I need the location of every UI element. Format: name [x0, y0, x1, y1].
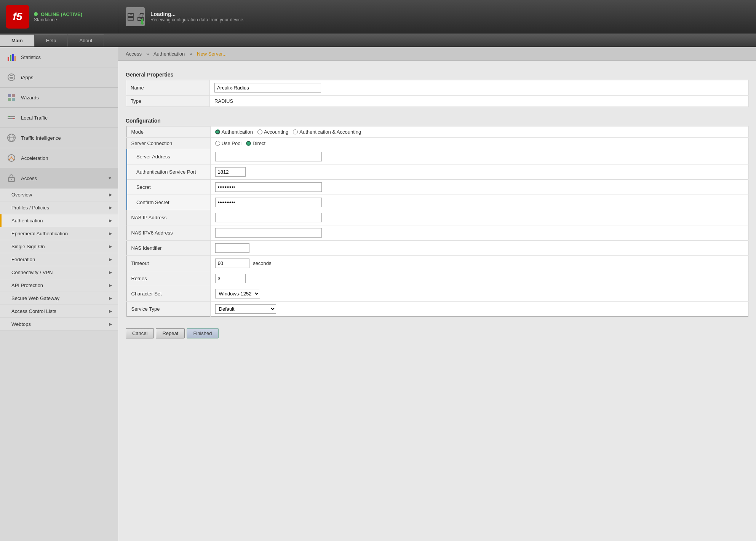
server-addr-input[interactable] [215, 152, 322, 161]
finished-button[interactable]: Finished [187, 328, 218, 338]
nas-ip-cell [210, 210, 748, 225]
access-submenu: Overview ▶ Profiles / Policies ▶ Authent… [0, 188, 118, 331]
server-conn-radio-group: Use Pool Direct [215, 140, 744, 146]
conn-direct-option[interactable]: Direct [246, 140, 265, 146]
submenu-label-ephemeral-auth: Ephemeral Authentication [11, 231, 109, 236]
section-general-title: General Properties [126, 69, 748, 80]
type-value: RADIUS [214, 98, 233, 104]
retries-input[interactable] [215, 274, 246, 283]
secret-label: Secret [126, 180, 210, 195]
service-type-row: Service Type Default Login Framed Callba… [126, 302, 748, 317]
nav-tabs: Main Help About [0, 34, 756, 47]
secret-input[interactable] [215, 182, 322, 192]
submenu-label-acl: Access Control Lists [11, 308, 109, 314]
submenu-item-secure-web-gateway[interactable]: Secure Web Gateway ▶ [0, 292, 118, 305]
accel-icon [6, 152, 17, 164]
breadcrumb-authentication[interactable]: Authentication [153, 51, 185, 57]
svg-rect-5 [10, 75, 13, 76]
conn-direct-radio[interactable] [246, 141, 251, 146]
svg-rect-8 [8, 94, 11, 97]
submenu-item-federation[interactable]: Federation ▶ [0, 253, 118, 266]
svg-rect-9 [12, 94, 15, 97]
sidebar-item-wizards[interactable]: Wizards [0, 88, 118, 108]
charset-row: Character Set Windows-1252 UTF-8 ISO-885… [126, 286, 748, 302]
svg-rect-1 [10, 55, 11, 61]
server-addr-row: Server Address [126, 149, 748, 164]
confirm-secret-input[interactable] [215, 198, 322, 207]
mode-accounting-radio[interactable] [257, 129, 262, 134]
auth-port-input[interactable] [215, 167, 246, 177]
breadcrumb-access[interactable]: Access [126, 51, 142, 57]
access-icon [6, 172, 17, 184]
sidebar-label-local-traffic: Local Traffic [21, 115, 112, 121]
nas-id-input[interactable] [215, 243, 249, 253]
mode-auth-option[interactable]: Authentication [215, 129, 253, 135]
sidebar-label-traffic-intelligence: Traffic Intelligence [21, 135, 112, 141]
nas-ip-input[interactable] [215, 213, 322, 222]
sidebar-item-local-traffic[interactable]: Local Traffic [0, 108, 118, 128]
tab-help[interactable]: Help [35, 34, 68, 46]
sidebar-item-access[interactable]: Access ▼ [0, 168, 118, 188]
charset-select[interactable]: Windows-1252 UTF-8 ISO-8859-1 [215, 289, 260, 298]
svg-rect-6 [10, 77, 13, 78]
submenu-item-ephemeral-auth[interactable]: Ephemeral Authentication ▶ [0, 227, 118, 240]
conn-pool-radio[interactable] [215, 141, 220, 146]
submenu-label-profiles-policies: Profiles / Policies [11, 205, 109, 211]
conn-pool-option[interactable]: Use Pool [215, 140, 242, 146]
submenu-item-sso[interactable]: Single Sign-On ▶ [0, 240, 118, 253]
action-buttons: Cancel Repeat Finished [126, 324, 748, 342]
tab-main[interactable]: Main [0, 34, 35, 46]
retries-row: Retries [126, 271, 748, 286]
submenu-item-overview[interactable]: Overview ▶ [0, 188, 118, 201]
submenu-item-acl[interactable]: Access Control Lists ▶ [0, 305, 118, 318]
sidebar-item-traffic-intelligence[interactable]: Traffic Intelligence [0, 128, 118, 148]
loading-area: 🖨 ⬇ Loading... Receiving configuration d… [118, 2, 756, 32]
f5-logo: f5 [6, 5, 29, 29]
mode-radio-group: Authentication Accounting Authentication… [215, 129, 744, 135]
name-label: Name [126, 80, 210, 96]
mode-auth-label: Authentication [222, 129, 253, 135]
tab-about[interactable]: About [68, 34, 104, 46]
auth-port-row: Authentication Service Port [126, 164, 748, 180]
timeout-row: Timeout seconds [126, 256, 748, 271]
status-standalone: Standalone [34, 17, 82, 22]
sidebar-item-acceleration[interactable]: Acceleration [0, 148, 118, 168]
submenu-chevron-swg: ▶ [109, 296, 112, 301]
sidebar-item-statistics[interactable]: Statistics [0, 47, 118, 67]
loading-title: Loading... [150, 11, 245, 17]
sidebar-item-iapps[interactable]: iApps [0, 67, 118, 88]
timeout-unit: seconds [253, 260, 271, 266]
submenu-item-profiles-policies[interactable]: Profiles / Policies ▶ [0, 201, 118, 214]
type-row: Type RADIUS [126, 96, 748, 107]
submenu-chevron-overview: ▶ [109, 192, 112, 197]
nas-ipv6-input[interactable] [215, 228, 322, 238]
mode-accounting-label: Accounting [264, 129, 288, 135]
name-input[interactable] [214, 83, 321, 93]
nas-ipv6-label: NAS IPV6 Address [126, 225, 210, 241]
service-type-select[interactable]: Default Login Framed Callback Login Call… [215, 304, 276, 314]
mode-accounting-option[interactable]: Accounting [257, 129, 288, 135]
loading-icon: 🖨 ⬇ [126, 7, 145, 26]
mode-auth-radio[interactable] [215, 129, 220, 134]
server-conn-label: Server Connection [126, 138, 210, 149]
submenu-item-webtops[interactable]: Webtops ▶ [0, 318, 118, 331]
svg-rect-10 [8, 98, 11, 101]
mode-both-option[interactable]: Authentication & Accounting [293, 129, 361, 135]
retries-label: Retries [126, 271, 210, 286]
submenu-chevron-profiles: ▶ [109, 205, 112, 210]
mode-both-radio[interactable] [293, 129, 298, 134]
svg-rect-0 [8, 57, 9, 61]
submenu-item-connectivity-vpn[interactable]: Connectivity / VPN ▶ [0, 266, 118, 279]
type-label: Type [126, 96, 210, 107]
submenu-label-api-protection: API Protection [11, 282, 109, 288]
cancel-button[interactable]: Cancel [126, 328, 154, 338]
submenu-item-api-protection[interactable]: API Protection ▶ [0, 279, 118, 292]
timeout-input[interactable] [215, 259, 249, 268]
repeat-button[interactable]: Repeat [156, 328, 185, 338]
main-layout: Statistics iApps Wizards Local Traffic [0, 47, 756, 541]
sidebar-label-wizards: Wizards [21, 95, 112, 101]
submenu-label-authentication: Authentication [11, 218, 109, 223]
submenu-item-authentication[interactable]: Authentication ▶ [0, 214, 118, 227]
mode-both-label: Authentication & Accounting [299, 129, 361, 135]
charset-label: Character Set [126, 286, 210, 302]
